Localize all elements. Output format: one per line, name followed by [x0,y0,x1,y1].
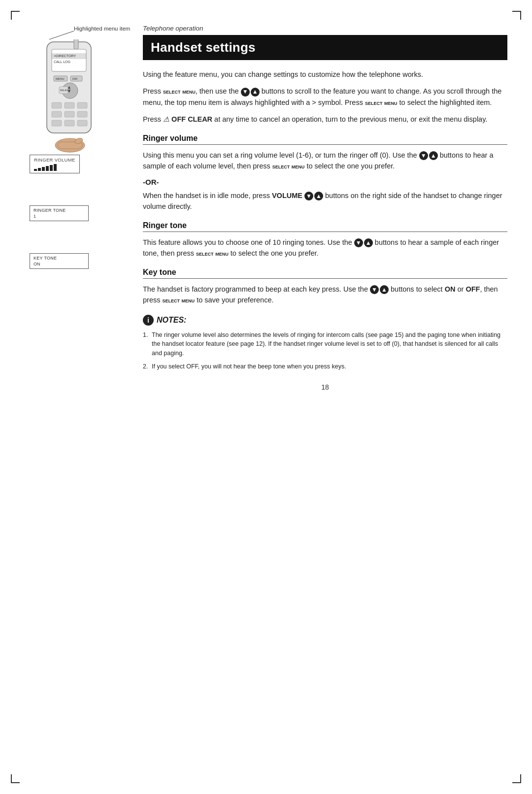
svg-rect-17 [65,102,74,108]
notes-title: NOTES: [157,316,186,325]
key-tone-nav-btns: ▼▲ [370,285,389,294]
svg-line-0 [49,31,74,39]
or-text: -OR- [143,178,507,186]
select-menu-label-2: select menu [365,99,398,106]
ringer-vol-down-icon: ▼ [419,151,428,160]
off-clear-label: OFF CLEAR [169,115,212,123]
vol-down-icon: ▼ [304,192,313,200]
ringer-vol-up-icon: ▲ [429,151,438,160]
ringer-volume-body2: When the handset is in idle mode, press … [143,190,507,212]
volume-bar-2 [38,168,41,171]
note-off-label: OFF [186,363,198,370]
ringer-tone-section: Ringer tone This feature allows you to c… [143,221,507,259]
ringer-tone-body: This feature allows you to choose one of… [143,237,507,259]
corner-mark-tl [11,11,20,20]
on-label: ON [445,285,456,293]
note-item-1: The ringer volume level also determines … [143,331,507,358]
svg-text:CALL LOG: CALL LOG [54,60,70,64]
key-tone-body: The handset is factory programmed to bee… [143,284,507,306]
section-label: Telephone operation [143,25,507,32]
svg-rect-21 [77,111,87,117]
page-title: Handset settings [143,35,507,60]
svg-rect-16 [52,102,62,108]
corner-mark-tr [512,11,521,20]
key-tone-label: KEY TONE [33,256,85,261]
ringer-vol-nav-btns: ▼▲ [419,151,438,160]
select-menu-label-3: select menu [272,163,305,170]
volume-bar-1 [34,169,37,171]
svg-rect-18 [77,102,87,108]
ringer-volume-body: Using this menu you can set a ring volum… [143,150,507,172]
volume-bar-3 [42,167,45,171]
page-number: 18 [143,383,507,391]
corner-mark-br [512,774,521,783]
press-off-paragraph: Press ⚠ OFF CLEAR at any time to cancel … [143,114,507,125]
select-menu-label-4: select menu [196,250,229,257]
off-icon: ⚠ [163,115,169,123]
main-content: Telephone operation Handset settings Usi… [143,25,507,391]
ringer-tone-down-icon: ▼ [354,238,363,247]
nav-buttons: ▼▲ [241,88,260,97]
ringer-volume-section: Ringer volume Using this menu you can se… [143,134,507,212]
ringer-volume-heading: Ringer volume [143,134,507,145]
svg-rect-24 [77,120,87,126]
corner-mark-bl [11,774,20,783]
svg-rect-19 [52,111,62,117]
svg-rect-22 [52,120,62,126]
svg-rect-23 [65,120,74,126]
notes-header: i NOTES: [143,315,507,326]
svg-text:DIR: DIR [72,77,78,80]
ringer-tone-up-icon: ▲ [364,238,373,247]
ringer-tone-value: 1 [33,214,85,219]
ringer-volume-label: RINGER VOLUME [34,157,75,163]
off-label: OFF [466,285,480,293]
left-column: Highlighted menu item >DIRECTORY CALL LO… [25,25,133,269]
phone-svg: >DIRECTORY CALL LOG MENU DIR ▼ ▲ SELECT [32,39,108,158]
svg-rect-20 [65,111,74,117]
ringer-tone-label: RINGER TONE [33,208,85,213]
notes-list: The ringer volume level also determines … [143,331,507,371]
ringer-tone-box: RINGER TONE 1 [30,205,89,221]
key-tone-down-icon: ▼ [370,285,379,294]
volume-nav-btns: ▼▲ [304,192,323,200]
note-item-2: If you select OFF, you will not hear the… [143,362,507,371]
select-menu-label-5: select menu [163,297,195,304]
notes-icon: i [143,315,154,326]
ringer-tone-heading: Ringer tone [143,221,507,232]
key-tone-heading: Key tone [143,268,507,279]
volume-bar-4 [46,166,49,171]
svg-text:SELECT: SELECT [60,89,71,92]
volume-bars [34,164,75,171]
phone-illustration-area: Highlighted menu item >DIRECTORY CALL LO… [25,25,133,153]
notes-section: i NOTES: The ringer volume level also de… [143,315,507,371]
highlighted-menu-annotation: Highlighted menu item [74,25,130,33]
key-tone-box: KEY TONE ON [30,253,89,269]
volume-bar-5 [50,165,53,171]
volume-label: VOLUME [272,192,302,199]
select-menu-label: select menu [163,88,196,95]
intro-paragraph: Using the feature menu, you can change s… [143,69,507,80]
down-button-icon: ▲ [251,88,260,97]
ringer-tone-nav-btns: ▼▲ [354,238,373,247]
volume-bar-6 [54,164,57,171]
annotation-arrow [47,29,76,43]
ringer-tone-device: RINGER TONE 1 [30,205,133,221]
key-tone-device: KEY TONE ON [30,253,133,269]
key-tone-up-icon: ▲ [380,285,389,294]
key-tone-section: Key tone The handset is factory programm… [143,268,507,306]
press-select-paragraph: Press select menu, then use the ▼▲ butto… [143,86,507,108]
svg-text:MENU: MENU [56,77,65,80]
up-button-icon: ▼ [241,88,250,97]
vol-up-icon: ▲ [314,192,323,200]
svg-rect-6 [52,53,86,59]
key-tone-value: ON [33,262,85,266]
